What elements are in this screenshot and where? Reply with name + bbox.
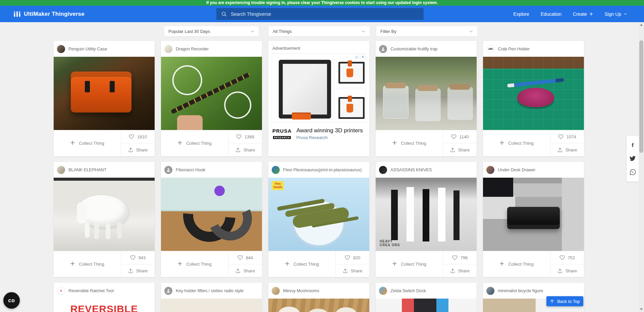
collect-thing-button[interactable]: + Collect Thing (483, 251, 550, 277)
creator-avatar[interactable] (486, 287, 494, 295)
like-button[interactable]: 943 (121, 251, 155, 264)
creator-avatar[interactable] (486, 166, 494, 174)
ad-image-small-bottom[interactable] (334, 89, 366, 123)
collect-thing-button[interactable]: + Collect Thing (483, 130, 550, 156)
share-button[interactable]: Share (228, 143, 262, 156)
thing-image[interactable] (376, 299, 477, 312)
thing-title[interactable]: ASSASSINS KNIVES (390, 167, 432, 172)
thing-image[interactable] (54, 178, 155, 251)
thing-title[interactable]: Crab Pen Holder (498, 46, 530, 51)
share-button[interactable]: Share (550, 143, 584, 156)
ad-advertiser[interactable]: Prusa Research (297, 135, 363, 140)
creator-avatar[interactable] (57, 45, 65, 53)
like-button[interactable]: 1368 (228, 130, 262, 143)
whatsapp-icon[interactable] (629, 169, 636, 176)
share-button[interactable]: Share (550, 264, 584, 277)
creator-avatar[interactable] (164, 166, 172, 174)
creator-avatar[interactable]: $ (57, 287, 65, 295)
creator-avatar[interactable] (379, 287, 387, 295)
thing-card-header: Key holder fifties / sixties radio style (161, 283, 262, 299)
creator-avatar[interactable] (272, 287, 280, 295)
like-button[interactable]: 796 (443, 251, 477, 264)
creator-avatar[interactable] (379, 166, 387, 174)
thing-image[interactable] (161, 299, 262, 312)
thing-image[interactable] (483, 57, 584, 130)
collect-thing-button[interactable]: + Collect Thing (54, 130, 121, 156)
twitter-icon[interactable] (629, 155, 636, 162)
thing-title[interactable]: Zelda Switch Dock (390, 288, 426, 293)
thing-image[interactable] (54, 57, 155, 130)
like-button[interactable]: 1074 (550, 130, 584, 143)
thing-image[interactable]: Flex Seeds (268, 178, 369, 251)
cookie-settings-button[interactable]: co (3, 292, 20, 309)
adchoices-icon[interactable]: ▷ (355, 54, 360, 59)
page-scrollbar[interactable] (639, 22, 644, 312)
thing-image[interactable]: REVERSIBLE (54, 299, 155, 312)
share-button[interactable]: Share (121, 143, 155, 156)
thing-image[interactable] (161, 57, 262, 130)
filter-by-dropdown[interactable]: Filter By (376, 26, 477, 36)
creator-avatar[interactable] (379, 45, 387, 53)
nav-sign-up[interactable]: Sign Up (604, 11, 627, 17)
like-button[interactable]: 844 (228, 251, 262, 264)
share-button[interactable]: Share (228, 264, 262, 277)
category-dropdown[interactable]: All Things (269, 26, 370, 36)
ad-close-icon[interactable]: ✕ (360, 54, 365, 59)
collect-thing-button[interactable]: + Collect Thing (376, 130, 443, 156)
thing-title[interactable]: Messy Mushrooms (283, 288, 319, 293)
share-button[interactable]: Share (443, 264, 477, 277)
ad-headline[interactable]: Award winning 3D printers (297, 127, 363, 134)
search-bar[interactable] (216, 8, 424, 20)
creator-avatar[interactable]: J3D (486, 45, 494, 53)
thing-title[interactable]: Penguin Utility Case (68, 46, 107, 51)
advertiser-logo[interactable]: PRUSA RESEARCH (272, 128, 292, 140)
creator-avatar[interactable] (272, 166, 280, 174)
share-icon (235, 147, 240, 152)
collect-thing-button[interactable]: + Collect Thing (161, 251, 228, 277)
collect-thing-button[interactable]: + Collect Thing (376, 251, 443, 277)
thing-title[interactable]: Key holder fifties / sixties radio style (176, 288, 244, 293)
collect-thing-button[interactable]: + Collect Thing (54, 251, 121, 277)
thing-title[interactable]: Customizable fruitfly trap (390, 46, 437, 51)
chevron-down-icon (469, 29, 473, 34)
collect-thing-button[interactable]: + Collect Thing (268, 251, 335, 277)
sort-dropdown[interactable]: Popular Last 30 Days (164, 26, 259, 36)
like-button[interactable]: 820 (336, 251, 369, 264)
nav-create[interactable]: Create + (573, 11, 593, 17)
thing-title[interactable]: Flexi Plesiosaurus(print-in-placeiosauru… (283, 167, 362, 172)
share-button[interactable]: Share (336, 264, 369, 277)
share-button[interactable]: Share (121, 264, 155, 277)
thing-image[interactable] (483, 178, 584, 251)
thing-title[interactable]: Dragon Recorder (176, 46, 209, 51)
scroll-down-arrow[interactable] (640, 308, 643, 310)
thing-title[interactable]: Reversible Ratchet Tool (68, 288, 114, 293)
creator-avatar[interactable] (164, 45, 172, 53)
facebook-icon[interactable]: f (629, 142, 636, 148)
share-icon (450, 268, 455, 273)
thing-image[interactable] (268, 299, 369, 312)
thing-title[interactable]: Fibonacci Hook (176, 167, 205, 172)
creator-avatar[interactable] (57, 166, 65, 174)
like-button[interactable]: 1810 (121, 130, 155, 143)
brand-logo[interactable]: UltiMaker Thingiverse (13, 11, 85, 17)
collect-thing-button[interactable]: + Collect Thing (161, 130, 228, 156)
thing-title[interactable]: Under Desk Drawer (498, 167, 535, 172)
thing-title[interactable]: minimalist bicycle figure (498, 288, 543, 293)
ad-image-large[interactable] (272, 53, 332, 123)
thing-image[interactable] (376, 57, 477, 130)
share-button[interactable]: Share (443, 143, 477, 156)
like-button[interactable]: 1140 (443, 130, 477, 143)
ad-media[interactable]: ▷ ✕ (272, 53, 366, 123)
share-icon (557, 147, 562, 152)
scroll-up-arrow[interactable] (640, 24, 643, 26)
search-input[interactable] (230, 11, 419, 17)
nav-education[interactable]: Education (541, 11, 561, 17)
thing-image[interactable]: HEAVY CREA ORS (376, 178, 477, 251)
thing-title[interactable]: BLANK ELEPHANT (68, 167, 106, 172)
nav-explore[interactable]: Explore (513, 11, 529, 17)
like-button[interactable]: 752 (550, 251, 584, 264)
back-to-top-button[interactable]: Back to Top (546, 296, 583, 306)
scrollbar-thumb[interactable] (639, 40, 643, 153)
creator-avatar[interactable] (164, 287, 172, 295)
thing-image[interactable] (161, 178, 262, 251)
